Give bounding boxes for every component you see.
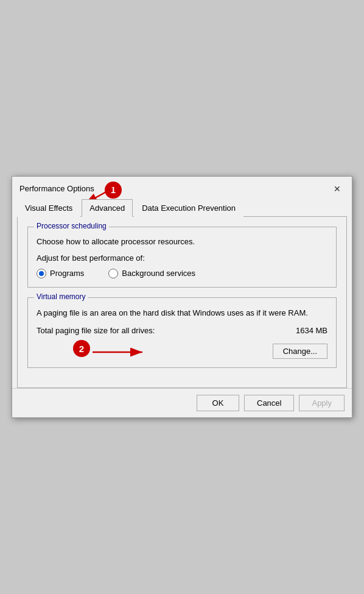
dialog-title: Performance Options [19,184,94,193]
ok-button[interactable]: OK [197,395,239,411]
cancel-button[interactable]: Cancel [244,395,294,411]
total-label: Total paging file size for all drives: [37,326,155,335]
total-value: 1634 MB [296,326,327,335]
title-bar: Performance Options ✕ [12,177,352,196]
radio-background-outer [108,269,118,278]
processor-description: Choose how to allocate processor resourc… [37,237,327,246]
apply-button[interactable]: Apply [299,395,345,411]
tab-advanced[interactable]: Advanced [82,199,133,217]
tab-dep[interactable]: Data Execution Prevention [134,199,243,217]
tab-content: Processor scheduling Choose how to alloc… [17,216,347,388]
radio-programs-outer [37,269,46,278]
annotation-2-wrapper: 2 [73,340,90,357]
radio-background-label: Background services [122,269,195,278]
virtual-memory-description: A paging file is an area on the hard dis… [37,308,327,319]
processor-scheduling-section: Processor scheduling Choose how to alloc… [27,227,337,288]
close-button[interactable]: ✕ [330,182,345,196]
adjust-label: Adjust for best performance of: [37,253,327,263]
tab-visual-effects[interactable]: Visual Effects [17,199,80,217]
annotation-circle-2: 2 [73,340,90,357]
virtual-memory-section: Virtual memory A paging file is an area … [27,297,337,368]
radio-programs-label: Programs [50,269,84,278]
radio-programs[interactable]: Programs [37,269,84,278]
paging-file-row: Total paging file size for all drives: 1… [37,326,327,335]
radio-programs-dot [39,271,44,276]
virtual-memory-title: Virtual memory [34,292,88,301]
tabs-container: Visual Effects Advanced Data Execution P… [12,196,352,216]
processor-section-title: Processor scheduling [34,222,109,230]
change-row: 2 Change... [37,344,327,359]
radio-group: Programs Background services [37,269,327,278]
performance-options-dialog: Performance Options ✕ Visual Effects Adv… [12,176,352,418]
change-button[interactable]: Change... [273,344,327,359]
bottom-bar: OK Cancel Apply [12,388,352,417]
radio-background[interactable]: Background services [108,269,195,278]
